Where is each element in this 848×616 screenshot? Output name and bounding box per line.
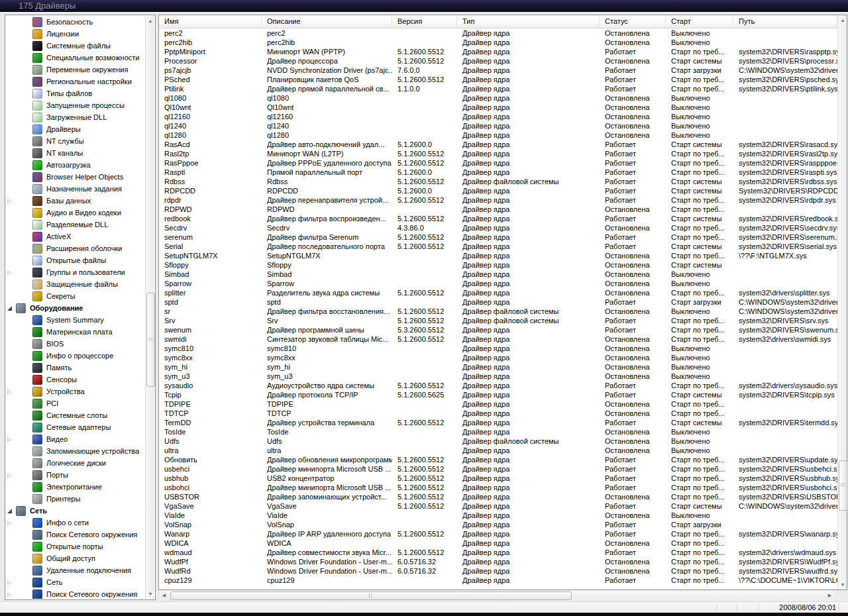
expand-arrow-icon[interactable]: ▷ bbox=[7, 591, 16, 597]
table-row[interactable]: TDPIPETDPIPEДрайвер ядраОстановленаСтарт… bbox=[159, 399, 837, 409]
tree-item-regional-settings[interactable]: Региональные настройки bbox=[5, 76, 146, 87]
scroll-up-icon[interactable]: ▲ bbox=[838, 15, 847, 25]
tree-item-scheduled-tasks[interactable]: Назначенные задания bbox=[5, 183, 146, 195]
tree-item-databases[interactable]: ▷Базы данных bbox=[5, 195, 146, 207]
tree-item-audio-video-codecs[interactable]: Аудио и Видео кодеки bbox=[5, 207, 146, 219]
table-row[interactable]: ViaIdeViaIdeДрайвер ядраОстановленаВыклю… bbox=[159, 511, 837, 520]
tree-item-accessibility[interactable]: Специальные возможности bbox=[5, 52, 146, 64]
table-row[interactable]: ProcessorДрайвер процессора5.1.2600.5512… bbox=[159, 56, 837, 66]
tree-item-memory[interactable]: Память bbox=[5, 362, 146, 374]
tree-item-activex[interactable]: ActiveX bbox=[5, 231, 146, 242]
expand-arrow-icon[interactable]: ▷ bbox=[7, 198, 16, 204]
table-row[interactable]: symc8xxsymc8xxДрайвер ядраОстановленаВык… bbox=[159, 353, 837, 362]
collapse-arrow-icon[interactable]: ◢ bbox=[7, 305, 16, 311]
tree-item-secrets[interactable]: Секреты bbox=[5, 290, 146, 302]
tree-item-printers[interactable]: Принтеры bbox=[5, 493, 146, 505]
tree-item-groups-and-users[interactable]: ▷Группы и пользователи bbox=[5, 266, 146, 278]
table-scrollbar-thumb[interactable] bbox=[839, 460, 847, 511]
tree-item-network[interactable]: ◢Сеть bbox=[5, 505, 146, 517]
scroll-right-icon[interactable]: ▶ bbox=[825, 591, 834, 600]
expand-arrow-icon[interactable]: ▷ bbox=[7, 270, 16, 276]
expand-arrow-icon[interactable]: ▷ bbox=[7, 580, 16, 586]
table-row[interactable]: Ql10wntQl10wntДрайвер ядраОстановленаВык… bbox=[159, 103, 837, 112]
tree-item-system-summary[interactable]: System Summary bbox=[5, 314, 146, 326]
table-row[interactable]: sptdsptdДрайвер ядраРаботаетСтарт загруз… bbox=[159, 297, 837, 307]
tree-item-environment-variables[interactable]: Переменные окружения bbox=[5, 64, 146, 76]
tree-item-drivers[interactable]: Драйверы bbox=[5, 123, 146, 135]
table-row[interactable]: TosIdeTosIdeДрайвер ядраОстановленаВыклю… bbox=[159, 427, 837, 436]
tree-item-network-neighborhood-scan[interactable]: Поиск Сетевого окружения bbox=[5, 529, 146, 540]
table-row[interactable]: SparrowSparrowДрайвер ядраОстановленаВык… bbox=[159, 279, 837, 288]
table-row[interactable]: PSchedПланировщик пакетов QoS5.1.2600.55… bbox=[159, 75, 837, 84]
tree-item-power[interactable]: Электропитание bbox=[5, 481, 146, 493]
tree-item-security[interactable]: Безопасность bbox=[5, 16, 146, 28]
expand-arrow-icon[interactable]: ▷ bbox=[7, 472, 16, 478]
table-row[interactable]: RdbssRdbss5.1.2600.5512Драйвер файловой … bbox=[159, 177, 837, 186]
tree-item-cpu-info[interactable]: Инфо о процессоре bbox=[5, 350, 146, 362]
expand-arrow-icon[interactable]: ▷ bbox=[7, 389, 16, 395]
tree-item-storage-devices[interactable]: Запоминающие устройства bbox=[5, 445, 146, 457]
table-row[interactable]: SimbadSimbadДрайвер ядраОстановленаВыклю… bbox=[159, 270, 837, 279]
table-row[interactable]: symc810symc810Драйвер ядраОстановленаВык… bbox=[159, 344, 837, 353]
column-header-name[interactable]: Имя bbox=[159, 15, 262, 28]
tree-item-licenses[interactable]: Лицензии bbox=[5, 28, 146, 40]
tree-item-network-adapters[interactable]: Сетевые адаптеры bbox=[5, 421, 146, 433]
table-row[interactable]: VgaSaveVgaSave5.1.2600.5512Драйвер ядраР… bbox=[159, 501, 837, 511]
tree-item-protected-files[interactable]: Защищенные файлы bbox=[5, 278, 146, 290]
table-row[interactable]: sym_u3sym_u3Драйвер ядраОстановленаВыклю… bbox=[159, 372, 837, 381]
table-row[interactable]: ОбновитьДрайвер обновления микропрограмм… bbox=[159, 455, 837, 464]
table-vertical-scrollbar[interactable]: ▲ ▼ bbox=[837, 15, 847, 590]
expand-arrow-icon[interactable]: ▷ bbox=[7, 520, 16, 526]
table-row[interactable]: swenumДрайвер программной шины5.3.2600.5… bbox=[159, 325, 837, 334]
table-row[interactable]: ql1080ql1080Драйвер ядраОстановленаВыклю… bbox=[159, 93, 837, 103]
tree-item-shares[interactable]: Общий доступ bbox=[5, 552, 146, 564]
tree-item-running-processes[interactable]: Запущенные процессы bbox=[5, 99, 146, 111]
tree-item-devices[interactable]: ▷Устройства bbox=[5, 385, 146, 397]
table-row[interactable]: ql1280ql1280Драйвер ядраОстановленаВыклю… bbox=[159, 130, 837, 140]
column-header-type[interactable]: Тип bbox=[457, 15, 600, 28]
table-row[interactable]: TcpipДрайвер протокола TCP/IP5.1.2600.56… bbox=[159, 390, 837, 399]
tree-vertical-scrollbar[interactable]: ▲ ▼ bbox=[145, 16, 154, 599]
table-row[interactable]: perc2hibperc2hibДрайвер ядраОстановленаВ… bbox=[159, 38, 837, 47]
table-horizontal-scrollbar[interactable]: ◀ ▶ bbox=[160, 591, 834, 600]
column-header-version[interactable]: Версия bbox=[392, 15, 457, 28]
tree-item-shell-extensions[interactable]: Расширения оболочки bbox=[5, 242, 146, 254]
tree-item-network-info[interactable]: ▷Инфо о сети bbox=[5, 517, 146, 529]
table-row[interactable]: wdmaudДрайвер совместимости звука Micr..… bbox=[159, 548, 837, 557]
tree-item-pci[interactable]: PCI bbox=[5, 397, 146, 409]
tree-item-open-files[interactable]: Открытые файлы bbox=[5, 254, 146, 266]
table-row[interactable]: sym_hisym_hiДрайвер ядраОстановленаВыклю… bbox=[159, 362, 837, 372]
tree-scrollbar-thumb[interactable] bbox=[146, 293, 155, 387]
collapse-arrow-icon[interactable]: ◢ bbox=[7, 507, 16, 514]
tree-item-open-ports[interactable]: Открытые порты bbox=[5, 540, 146, 552]
table-row[interactable]: TermDDДрайвер устройства терминала5.1.26… bbox=[159, 418, 837, 427]
table-row[interactable]: SetupNTGLM7XSetupNTGLM7XДрайвер ядраОста… bbox=[159, 251, 837, 260]
tree-item-net[interactable]: ▷Сеть bbox=[5, 576, 146, 588]
table-row[interactable]: RasAcdДрайвер авто-подключений удал...5.… bbox=[159, 140, 837, 149]
table-row[interactable]: usbehciДрайвер минипорта Microsoft USB .… bbox=[159, 464, 837, 474]
table-row[interactable]: RDPCDDRDPCDD5.1.2600.0Драйвер ядраРабота… bbox=[159, 186, 837, 195]
table-row[interactable]: WDICAWDICAДрайвер ядраОстановленаСтарт п… bbox=[159, 539, 837, 548]
table-row[interactable]: ultraultraДрайвер ядраОстановленаВыключе… bbox=[159, 446, 837, 455]
tree-item-network-neighborhood-search[interactable]: ▷Поиск Сетевого окружения bbox=[5, 588, 146, 599]
table-row[interactable]: PtilinkДрайвер прямой параллельной св...… bbox=[159, 84, 837, 93]
tree-item-file-types[interactable]: Типы файлов bbox=[5, 87, 146, 99]
table-row[interactable]: usbohciДрайвер минипорта Microsoft USB .… bbox=[159, 483, 837, 492]
scroll-down-icon[interactable]: ▼ bbox=[838, 580, 847, 590]
tree-item-nt-pipes[interactable]: NT каналы bbox=[5, 147, 146, 159]
tree-item-video[interactable]: ▷Видео bbox=[5, 433, 146, 445]
tree-item-sensors[interactable]: Сенсоры bbox=[5, 374, 146, 385]
column-header-status[interactable]: Статус bbox=[600, 15, 666, 28]
table-row[interactable]: UdfsUdfsДрайвер файловой системыОстановл… bbox=[159, 436, 837, 446]
table-row[interactable]: ql12160ql12160Драйвер ядраОстановленаВык… bbox=[159, 112, 837, 121]
table-row[interactable]: RDPWDRDPWDДрайвер ядраОстановленаСтарт п… bbox=[159, 205, 837, 214]
table-row[interactable]: ps7ajcjbNVDD Synchronization Driver (ps7… bbox=[159, 66, 837, 75]
table-row[interactable]: USBSTORДрайвер запоминающих устройст...5… bbox=[159, 492, 837, 501]
table-row[interactable]: ql1240ql1240Драйвер ядраОстановленаВыклю… bbox=[159, 121, 837, 130]
tree-item-remote-connections[interactable]: Удаленные подключения bbox=[5, 564, 146, 576]
tree-item-hardware[interactable]: ◢Оборудование bbox=[5, 302, 146, 314]
table-row[interactable]: rdpdrДрайвер перенаправителя устрой...5.… bbox=[159, 195, 837, 205]
table-row[interactable]: sysaudioАудиоустройство ядра системы5.1.… bbox=[159, 381, 837, 390]
tree-item-system-slots[interactable]: Системные слоты bbox=[5, 409, 146, 421]
tree-item-browser-helper-objects[interactable]: Browser Helper Objects bbox=[5, 171, 146, 183]
